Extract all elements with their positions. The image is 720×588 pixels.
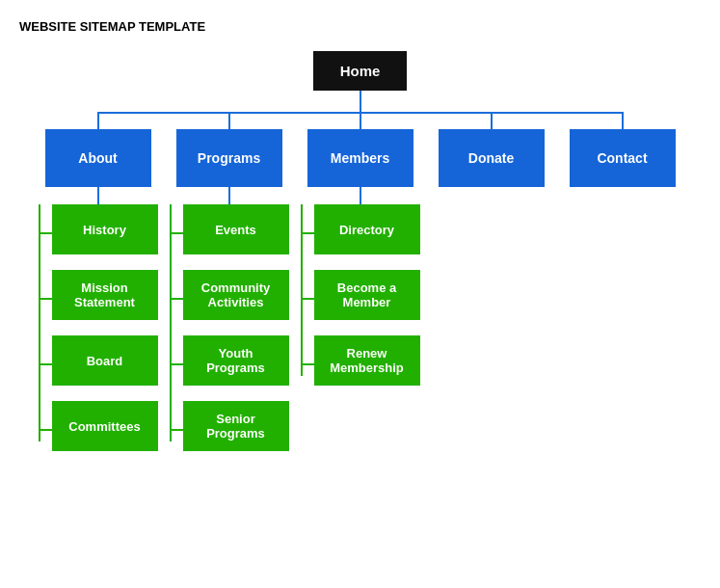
blue-node-members[interactable]: Members: [307, 129, 413, 187]
child-h-line: [170, 232, 183, 234]
col-members: MembersDirectoryBecome a MemberRenew Mem…: [295, 112, 426, 401]
child-h-line: [301, 298, 314, 300]
connector-down-programs: [228, 187, 230, 204]
child-h-line: [39, 363, 52, 365]
green-node-directory[interactable]: Directory: [314, 204, 420, 254]
child-h-line: [170, 363, 183, 365]
child-row: Senior Programs: [170, 401, 289, 459]
child-h-line: [170, 429, 183, 431]
green-node-mission-statement[interactable]: Mission Statement: [52, 270, 158, 320]
sitemap-container: Home AboutHistoryMission StatementBoardC…: [19, 51, 701, 467]
green-node-history[interactable]: History: [52, 204, 158, 254]
col-contact: Contact: [557, 112, 688, 197]
connector-contact: [622, 112, 624, 129]
col-about: AboutHistoryMission StatementBoardCommit…: [33, 112, 164, 467]
child-h-line: [301, 363, 314, 365]
children-tree-programs: EventsCommunity ActivitiesYouth Programs…: [170, 204, 289, 467]
connector-programs: [228, 112, 230, 129]
home-node[interactable]: Home: [313, 51, 408, 91]
blue-node-about[interactable]: About: [45, 129, 151, 187]
green-node-youth-programs[interactable]: Youth Programs: [183, 335, 289, 386]
h-bar: AboutHistoryMission StatementBoardCommit…: [33, 112, 688, 467]
home-connector: [360, 91, 361, 112]
col-programs: ProgramsEventsCommunity ActivitiesYouth …: [164, 112, 295, 467]
child-h-line: [39, 298, 52, 300]
child-h-line: [39, 429, 52, 431]
child-row: Committees: [39, 401, 158, 459]
child-h-line: [301, 232, 314, 234]
child-row: Renew Membership: [301, 335, 420, 393]
child-row: Youth Programs: [170, 335, 289, 393]
child-row: Directory: [301, 204, 420, 262]
child-row: Community Activities: [170, 270, 289, 328]
blue-node-contact[interactable]: Contact: [570, 129, 676, 187]
child-row: Mission Statement: [39, 270, 158, 328]
connector-about: [97, 112, 99, 129]
connector-down-members: [360, 187, 361, 204]
green-node-community-activities[interactable]: Community Activities: [183, 270, 289, 320]
child-row: History: [39, 204, 158, 262]
green-node-events[interactable]: Events: [183, 204, 289, 254]
child-row: Board: [39, 335, 158, 393]
page-title: WEBSITE SITEMAP TEMPLATE: [19, 19, 701, 34]
child-h-line: [170, 298, 183, 300]
connector-members: [360, 112, 361, 129]
connector-down-about: [97, 187, 99, 204]
child-row: Events: [170, 204, 289, 262]
children-tree-members: DirectoryBecome a MemberRenew Membership: [301, 204, 420, 401]
green-node-committees[interactable]: Committees: [52, 401, 158, 451]
h-bar-wrapper: AboutHistoryMission StatementBoardCommit…: [19, 112, 701, 467]
connector-donate: [491, 112, 493, 129]
blue-node-donate[interactable]: Donate: [439, 129, 545, 187]
child-h-line: [39, 232, 52, 234]
green-node-board[interactable]: Board: [52, 335, 158, 386]
green-node-become-a-member[interactable]: Become a Member: [314, 270, 420, 320]
green-node-renew-membership[interactable]: Renew Membership: [314, 335, 420, 386]
children-tree-about: HistoryMission StatementBoardCommittees: [39, 204, 158, 467]
col-donate: Donate: [426, 112, 557, 197]
green-node-senior-programs[interactable]: Senior Programs: [183, 401, 289, 451]
blue-node-programs[interactable]: Programs: [176, 129, 282, 187]
child-row: Become a Member: [301, 270, 420, 328]
